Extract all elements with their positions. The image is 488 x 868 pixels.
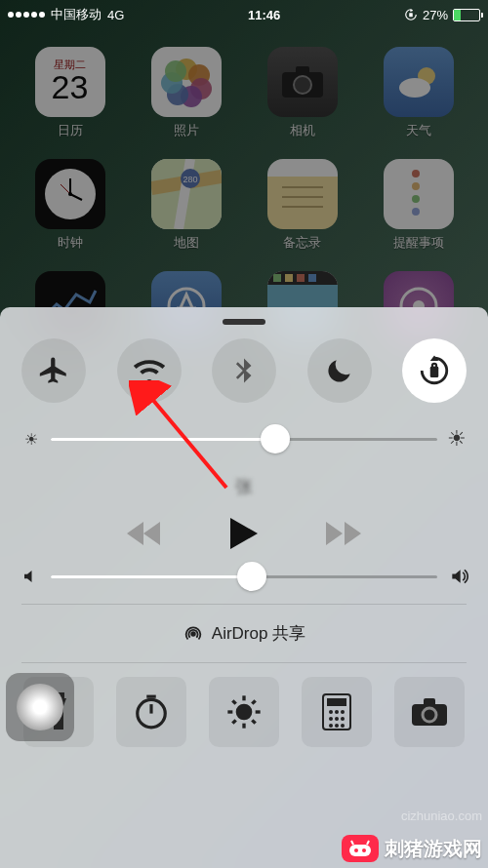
- dnd-toggle[interactable]: [307, 338, 372, 403]
- watermark-url: cizhuniao.com: [401, 809, 482, 823]
- brightness-slider-row: ☀︎ ☀︎: [21, 426, 467, 452]
- assistive-touch[interactable]: [6, 673, 74, 741]
- svg-point-5: [399, 78, 430, 98]
- orientation-lock-toggle[interactable]: [402, 338, 467, 403]
- svg-rect-55: [424, 698, 435, 706]
- camera-icon: [267, 47, 338, 117]
- watermark-logo-icon: [342, 835, 379, 862]
- battery-pct: 27%: [423, 8, 448, 22]
- app-photos[interactable]: 照片: [128, 47, 244, 139]
- svg-point-53: [341, 724, 345, 728]
- svg-point-52: [335, 724, 339, 728]
- svg-rect-19: [273, 274, 281, 282]
- volume-low-icon: [21, 568, 41, 585]
- signal-strength-icon: [8, 12, 45, 18]
- brightness-low-icon: ☀︎: [21, 430, 41, 449]
- clock-icon: [35, 159, 105, 229]
- svg-point-50: [341, 717, 345, 721]
- svg-rect-0: [409, 13, 413, 17]
- app-clock[interactable]: 时钟: [12, 159, 128, 252]
- status-time: 11:46: [248, 8, 280, 22]
- svg-rect-22: [308, 274, 316, 282]
- media-title: 张: [21, 475, 467, 498]
- svg-line-42: [252, 700, 255, 703]
- bluetooth-toggle[interactable]: [212, 338, 276, 403]
- home-screen: 星期二 23 日历 照片 相机 天气: [0, 39, 488, 349]
- status-bar: 中国移动 4G 11:46 27%: [0, 0, 488, 29]
- reminders-icon: [384, 159, 454, 229]
- svg-point-51: [329, 724, 333, 728]
- timer-icon: [133, 693, 170, 730]
- app-label: 照片: [174, 122, 199, 139]
- svg-text:280: 280: [183, 175, 197, 184]
- control-center[interactable]: ☀︎ ☀︎ 张 AirDrop 共享: [0, 307, 488, 868]
- app-label: 地图: [174, 234, 199, 252]
- night-shift-button[interactable]: [209, 677, 279, 747]
- volume-high-icon: [447, 567, 467, 586]
- svg-point-60: [362, 848, 366, 852]
- carrier-label: 中国移动: [51, 6, 102, 23]
- svg-line-39: [232, 700, 235, 703]
- svg-rect-21: [297, 274, 305, 282]
- bluetooth-icon: [229, 356, 259, 385]
- grabber-handle[interactable]: [223, 319, 265, 325]
- airdrop-label: AirDrop 共享: [212, 622, 305, 645]
- app-weather[interactable]: 天气: [360, 47, 476, 139]
- airdrop-button[interactable]: AirDrop 共享: [21, 604, 467, 662]
- svg-point-59: [354, 848, 358, 852]
- calculator-button[interactable]: [302, 677, 372, 747]
- airplane-toggle[interactable]: [21, 338, 86, 403]
- svg-point-46: [335, 710, 339, 714]
- notes-icon: [267, 159, 338, 229]
- wifi-toggle[interactable]: [117, 338, 182, 403]
- app-label: 时钟: [58, 234, 83, 252]
- app-camera[interactable]: 相机: [244, 47, 360, 139]
- app-calendar[interactable]: 星期二 23 日历: [12, 47, 128, 139]
- svg-point-47: [341, 710, 345, 714]
- svg-rect-44: [327, 698, 346, 706]
- volume-slider-row: [21, 567, 467, 586]
- media-controls: [21, 518, 467, 549]
- timer-button[interactable]: [116, 677, 186, 747]
- svg-point-45: [329, 710, 333, 714]
- app-label: 天气: [406, 122, 431, 139]
- toggle-row: [21, 338, 467, 403]
- svg-point-48: [329, 717, 333, 721]
- brightness-slider[interactable]: [51, 438, 437, 441]
- svg-point-49: [335, 717, 339, 721]
- prev-track-button[interactable]: [127, 520, 162, 547]
- svg-rect-20: [285, 274, 293, 282]
- calculator-icon: [321, 692, 352, 731]
- rotation-lock-icon: [418, 354, 451, 387]
- app-notes[interactable]: 备忘录: [244, 159, 360, 252]
- play-button[interactable]: [230, 518, 258, 549]
- app-reminders[interactable]: 提醒事项: [360, 159, 476, 252]
- moon-icon: [324, 355, 355, 386]
- battery-icon: [453, 9, 480, 21]
- svg-point-28: [190, 631, 196, 637]
- next-track-button[interactable]: [326, 520, 361, 547]
- wifi-icon: [132, 353, 167, 388]
- app-label: 提醒事项: [393, 234, 444, 252]
- quick-launch-row: [21, 662, 467, 757]
- svg-rect-58: [349, 845, 371, 856]
- volume-slider[interactable]: [51, 575, 437, 578]
- svg-line-40: [252, 720, 255, 723]
- svg-line-41: [232, 720, 235, 723]
- night-shift-icon: [224, 692, 264, 731]
- app-label: 日历: [58, 122, 83, 139]
- camera-button[interactable]: [394, 677, 465, 747]
- svg-point-3: [294, 76, 311, 94]
- calendar-day: 23: [52, 68, 89, 106]
- camera-icon: [410, 696, 449, 728]
- orientation-lock-icon: [404, 8, 418, 21]
- svg-rect-27: [432, 364, 436, 368]
- watermark: 刺猪游戏网: [342, 835, 482, 862]
- airdrop-icon: [183, 623, 204, 645]
- weather-icon: [384, 47, 454, 117]
- photos-icon: [151, 47, 222, 117]
- app-maps[interactable]: 280 地图: [128, 159, 244, 252]
- airplane-icon: [37, 354, 70, 387]
- app-label: 备忘录: [283, 234, 321, 252]
- network-label: 4G: [107, 8, 124, 22]
